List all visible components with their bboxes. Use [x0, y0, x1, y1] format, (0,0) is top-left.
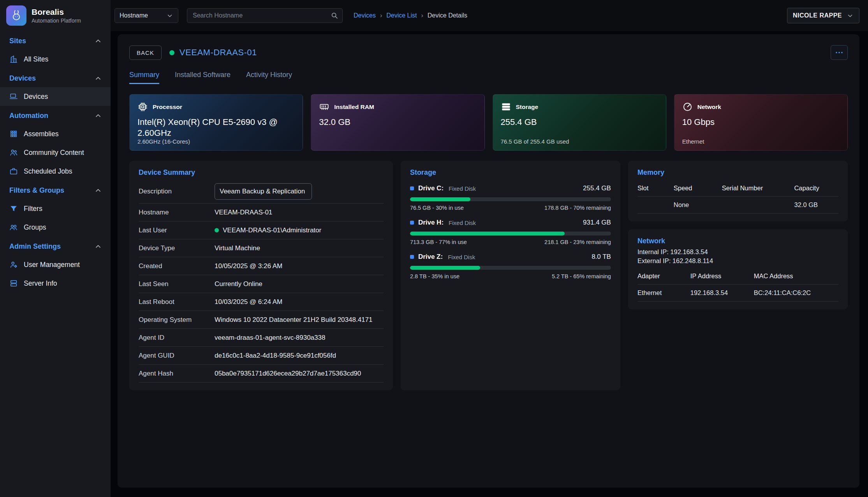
tab-activity-history[interactable]: Activity History: [246, 71, 292, 84]
description-input[interactable]: [215, 183, 312, 200]
sidebar-item-community-content[interactable]: Community Content: [0, 143, 111, 162]
row-value: Currently Online: [215, 280, 262, 288]
drive-name: Drive Z:: [418, 253, 443, 261]
summary-row-last-seen: Last Seen Currently Online: [139, 275, 384, 293]
row-label: Agent ID: [139, 334, 215, 342]
sidebar-item-devices[interactable]: Devices: [0, 87, 111, 106]
brand-text: Borealis Automation Platform: [32, 7, 81, 24]
row-value: veeam-draas-01-agent-svc-8930a338: [215, 334, 325, 342]
row-label: Device Type: [139, 244, 215, 252]
back-button[interactable]: BACK: [129, 46, 162, 60]
sidebar-nav: Sites All Sites Devices Devices: [0, 31, 111, 293]
sidebar-section-filters-groups[interactable]: Filters & Groups: [0, 181, 111, 199]
sidebar-item-user-management[interactable]: User Management: [0, 255, 111, 274]
row-label: Last User: [139, 227, 215, 234]
chevron-down-icon: [847, 12, 854, 19]
sidebar-item-filters[interactable]: Filters: [0, 199, 111, 218]
summary-row-operating-system: Operating System Windows 10 2022 Datacen…: [139, 311, 384, 329]
summary-row-created: Created 10/05/2025 @ 3:26 AM: [139, 257, 384, 275]
breadcrumb-devices[interactable]: Devices: [354, 12, 376, 19]
memory-table: Slot Speed Serial Number Capacity None 3…: [637, 180, 838, 214]
sidebar-section-admin-settings[interactable]: Admin Settings: [0, 237, 111, 255]
column-header: Capacity: [794, 180, 838, 196]
sidebar-section-automation[interactable]: Automation: [0, 106, 111, 125]
adapter-name: Ethernet: [637, 284, 690, 302]
summary-row-last-reboot: Last Reboot 10/03/2025 @ 6:24 AM: [139, 293, 384, 311]
memory-slot: [637, 196, 674, 214]
stat-footer: 76.5 GB of 255.4 GB used: [501, 138, 569, 145]
memory-panel: Memory Slot Speed Serial Number Capacity…: [628, 161, 848, 221]
sidebar: Borealis Automation Platform Sites All S…: [0, 0, 111, 497]
sidebar-item-label: Devices: [24, 93, 48, 101]
device-name: VEEAM-DRAAS-01: [180, 47, 257, 58]
sidebar-item-label: Community Content: [24, 149, 84, 157]
section-label: Automation: [9, 112, 48, 120]
row-label: Description: [139, 188, 215, 195]
device-tabs: Summary Installed Software Activity Hist…: [129, 71, 848, 84]
chevron-up-icon: [94, 243, 102, 251]
memory-speed: None: [674, 196, 722, 214]
summary-row-hostname: Hostname VEEAM-DRAAS-01: [139, 204, 384, 221]
brand-subtitle: Automation Platform: [32, 18, 81, 24]
user-menu-button[interactable]: NICOLE RAPPE: [787, 8, 859, 23]
sidebar-item-label: Scheduled Jobs: [24, 167, 72, 176]
sidebar-item-groups[interactable]: Groups: [0, 218, 111, 237]
panel-title: Network: [637, 237, 838, 245]
adapter-mac: BC:24:11:CA:C6:2C: [754, 284, 838, 302]
tab-installed-software[interactable]: Installed Software: [175, 71, 231, 84]
sidebar-item-label: Filters: [24, 205, 42, 213]
network-table: Adapter IP Address MAC Address Ethernet …: [637, 268, 838, 302]
user-name-label: NICOLE RAPPE: [793, 12, 842, 19]
summary-row-description: Description: [139, 180, 384, 204]
brand[interactable]: Borealis Automation Platform: [0, 0, 111, 31]
search-icon[interactable]: [330, 11, 339, 20]
row-label: Agent GUID: [139, 352, 215, 360]
sidebar-section-devices[interactable]: Devices: [0, 68, 111, 87]
sidebar-item-all-sites[interactable]: All Sites: [0, 50, 111, 68]
row-value: 10/03/2025 @ 6:24 AM: [215, 298, 282, 306]
device-details-panel: BACK VEEAM-DRAAS-01 Summary Installed So…: [118, 34, 859, 488]
drive-usage-fill: [410, 266, 481, 270]
drive-name: Drive C:: [418, 184, 444, 192]
row-label: Agent Hash: [139, 370, 215, 378]
memory-capacity: 32.0 GB: [794, 196, 838, 214]
drive-type: Fixed Disk: [449, 220, 476, 226]
chevron-up-icon: [94, 75, 102, 83]
chevron-up-icon: [94, 187, 102, 195]
row-label: Operating System: [139, 316, 215, 324]
external-ip: External IP: 162.248.8.114: [637, 257, 838, 265]
more-actions-button[interactable]: [831, 45, 848, 60]
section-label: Sites: [9, 37, 26, 45]
panel-title: Memory: [637, 169, 838, 177]
hostname-filter-dropdown[interactable]: Hostname: [114, 8, 178, 23]
drive-usage-fill: [410, 232, 565, 235]
right-column: Memory Slot Speed Serial Number Capacity…: [628, 161, 848, 390]
summary-row-last-user: Last User VEEAM-DRAAS-01\Administrator: [139, 221, 384, 239]
row-label: Hostname: [139, 209, 215, 216]
tab-summary[interactable]: Summary: [129, 71, 159, 84]
memory-serial: [722, 196, 794, 214]
stat-card-installed-ram: Installed RAM 32.0 GB: [311, 94, 484, 151]
search-box: [187, 8, 343, 23]
groups-icon: [9, 223, 18, 232]
panel-title: Storage: [410, 169, 611, 177]
sidebar-item-scheduled-jobs[interactable]: Scheduled Jobs: [0, 162, 111, 181]
row-value: 10/05/2025 @ 3:26 AM: [215, 262, 282, 270]
borealis-logo-icon: [6, 5, 26, 26]
search-input[interactable]: [187, 8, 343, 23]
ram-icon: [319, 102, 329, 112]
device-title: VEEAM-DRAAS-01: [169, 47, 257, 58]
sidebar-item-server-info[interactable]: Server Info: [0, 274, 111, 293]
row-value: de16c0c1-8aa2-4d18-9585-9ce91cf056fd: [215, 352, 336, 360]
breadcrumb-device-list[interactable]: Device List: [386, 12, 417, 19]
building-icon: [9, 55, 18, 63]
sidebar-item-assemblies[interactable]: Assemblies: [0, 125, 111, 143]
column-header: Adapter: [637, 268, 690, 284]
drive-name: Drive H:: [418, 219, 444, 227]
stat-card-network: Network 10 Gbps Ethernet: [674, 94, 848, 151]
sidebar-section-sites[interactable]: Sites: [0, 31, 111, 50]
app-root: Borealis Automation Platform Sites All S…: [0, 0, 868, 497]
drive-size: 8.0 TB: [592, 253, 611, 261]
filter-icon: [9, 204, 18, 213]
drive-type: Fixed Disk: [449, 185, 476, 192]
